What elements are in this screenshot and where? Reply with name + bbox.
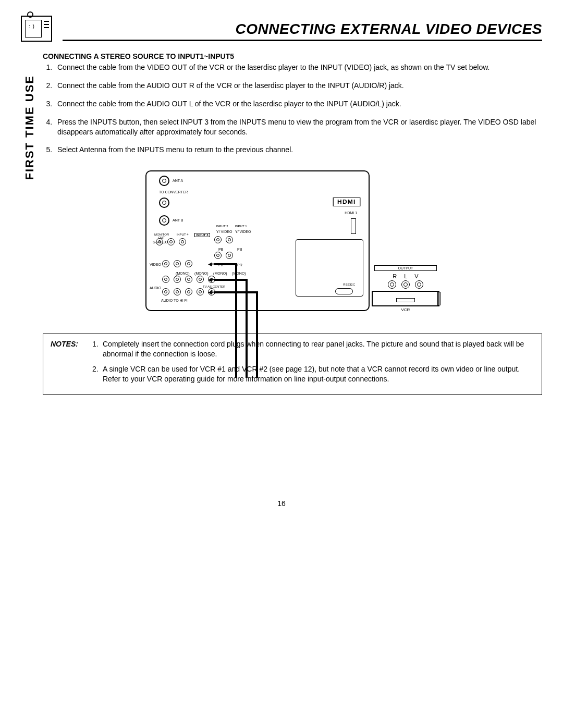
step-item: Connect the cable from the AUDIO OUT L o… <box>54 99 542 109</box>
label-mono: (MONO) <box>213 272 227 275</box>
page-header: CONNECTING EXTERNAL VIDEO DEVICES <box>21 16 542 42</box>
label-y-video: Y/ VIDEO <box>216 230 232 233</box>
label-v: V <box>414 273 418 279</box>
label-y-video: Y/ VIDEO <box>235 230 251 233</box>
connection-diagram: ANT A TO CONVERTER ANT B HDMI HDMI 1 MON… <box>43 170 542 313</box>
label-video-row: VIDEO <box>150 263 161 266</box>
label-pb: PB <box>237 248 242 251</box>
note-text: Completely insert the connection cord pl… <box>103 339 534 359</box>
note-number: 2. <box>92 364 103 384</box>
label-input4: INPUT 4 <box>175 233 190 236</box>
tv-icon <box>21 16 52 42</box>
label-input3: INPUT 3 <box>194 233 210 237</box>
label-vcr: VCR <box>372 307 439 312</box>
label-r: R <box>393 273 397 279</box>
label-to-converter: TO CONVERTER <box>159 190 188 194</box>
label-ant-a: ANT A <box>173 179 183 182</box>
label-mono: (MONO) <box>176 272 189 275</box>
content-row: FIRST TIME USE CONNECTING A STEREO SOURC… <box>21 52 542 395</box>
label-tv-as-center: TV AS CENTER <box>203 285 225 288</box>
page-number: 16 <box>21 499 542 508</box>
rca-jack-icon <box>388 280 396 289</box>
label-pb: PB <box>218 248 223 251</box>
step-item: Connect the cable from the AUDIO OUT R o… <box>54 81 542 91</box>
label-input1: INPUT 1 <box>233 225 249 228</box>
rs232-port-icon <box>335 288 353 294</box>
hdmi-logo: HDMI <box>333 198 360 206</box>
section-side-label: FIRST TIME USE <box>21 73 39 182</box>
note-number: 1. <box>92 339 103 359</box>
label-rs232c: RS232C <box>343 283 355 286</box>
step-item: Press the INPUTS button, then select INP… <box>54 117 542 137</box>
rca-jack-icon <box>401 280 410 289</box>
label-output: OUTPUT <box>374 265 437 271</box>
rca-jack-icon <box>415 280 423 289</box>
section-subhead: CONNECTING A STEREO SOURCE TO INPUT1~INP… <box>43 52 542 60</box>
steps-list: Connect the cable from the VIDEO OUT of … <box>43 63 542 155</box>
step-item: Connect the cable from the VIDEO OUT of … <box>54 63 542 72</box>
label-input2: INPUT 2 <box>214 225 230 228</box>
step-item: Select Antenna from the INPUTS menu to r… <box>54 145 542 155</box>
label-audio-hifi: AUDIO TO HI FI <box>161 299 188 302</box>
hdmi-slot-icon <box>351 218 356 234</box>
label-pr: PR <box>237 263 242 267</box>
vcr-device: OUTPUT R L V VCR <box>372 265 439 312</box>
page-title: CONNECTING EXTERNAL VIDEO DEVICES <box>63 21 542 41</box>
label-l: L <box>404 273 407 279</box>
notes-label: NOTES: <box>51 339 92 359</box>
vcr-icon <box>372 291 439 306</box>
notes-box: NOTES: 1. Completely insert the connecti… <box>43 334 542 395</box>
label-hdmi1: HDMI 1 <box>345 211 357 215</box>
label-mono: (MONO) <box>194 272 208 275</box>
label-mono: (MONO) <box>232 272 246 275</box>
note-text: A single VCR can be used for VCR #1 and … <box>103 364 534 384</box>
label-ant-b: ANT B <box>173 218 183 222</box>
label-audio-row: AUDIO <box>150 286 161 290</box>
